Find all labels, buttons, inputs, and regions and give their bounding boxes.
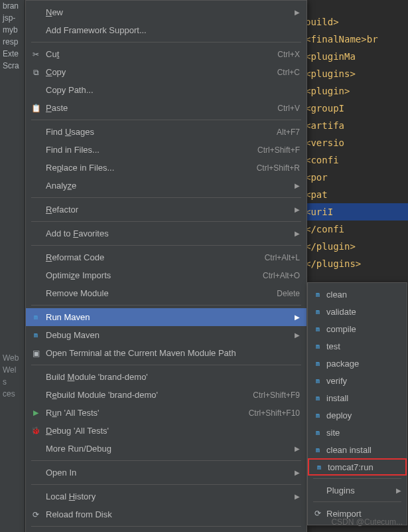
maven-goal-validate[interactable]: mvalidate xyxy=(308,303,407,320)
maven-goal-test[interactable]: mtest xyxy=(308,337,407,355)
separator xyxy=(31,484,301,485)
menu-item-debug-maven[interactable]: mDebug Maven▶ xyxy=(26,326,306,344)
menu-item-open-in[interactable]: Open In▶ xyxy=(26,464,306,482)
menu-item-replace-in-files[interactable]: Replace in Files...Ctrl+Shift+R xyxy=(26,159,306,177)
blank-icon xyxy=(30,25,42,36)
menu-item-optimize-imports[interactable]: Optimize ImportsCtrl+Alt+O xyxy=(26,266,306,284)
menu-label: New xyxy=(46,7,289,17)
blank-icon xyxy=(30,127,42,137)
blank-icon xyxy=(30,205,42,215)
blank-icon xyxy=(30,372,42,383)
menu-label: Reformat Code xyxy=(46,252,259,262)
shortcut: Alt+F7 xyxy=(277,128,300,137)
menu-item-reformat-code[interactable]: Reformat CodeCtrl+Alt+L xyxy=(26,248,306,266)
tab-web[interactable]: Web xyxy=(0,352,27,364)
maven-icon: m xyxy=(30,330,42,341)
shortcut: Ctrl+Shift+F10 xyxy=(249,408,300,418)
separator xyxy=(31,120,301,120)
run-maven-submenu[interactable]: mcleanmvalidatemcompilemtestmpackagemver… xyxy=(307,282,407,525)
tree-item[interactable]: jsp- xyxy=(0,12,25,24)
term-icon: ▣ xyxy=(30,348,42,359)
maven-goal-clean[interactable]: mclean xyxy=(308,286,407,303)
chevron-right-icon: ▶ xyxy=(396,487,401,494)
menu-label: Paste xyxy=(46,103,272,113)
blank-icon xyxy=(312,485,324,495)
menu-item-local-history[interactable]: Local History▶ xyxy=(26,488,306,505)
menu-item-analyze[interactable]: Analyze▶ xyxy=(26,177,306,195)
tree-item[interactable]: myb xyxy=(0,24,25,36)
chevron-right-icon: ▶ xyxy=(295,445,300,452)
menu-item-copy-path[interactable]: Copy Path... xyxy=(26,81,306,99)
menu-item-rebuild-module-brand-demo[interactable]: Rebuild Module 'brand-demo'Ctrl+Shift+F9 xyxy=(26,386,306,404)
maven-icon: m xyxy=(312,427,324,438)
code-line: <pluginMa xyxy=(305,51,356,62)
blank-icon xyxy=(30,163,42,173)
separator xyxy=(313,501,401,502)
maven-goal-package[interactable]: mpackage xyxy=(308,355,407,372)
menu-item-add-framework-support[interactable]: Add Framework Support... xyxy=(26,21,306,39)
tree-item[interactable]: resp xyxy=(0,36,25,48)
maven-goal-tomcat7-run[interactable]: mtomcat7:run xyxy=(308,458,407,476)
menu-item-open-terminal-at-the-current-maven-module-path[interactable]: ▣Open Terminal at the Current Maven Modu… xyxy=(26,344,306,362)
menu-item-run-maven[interactable]: mRun Maven▶ xyxy=(26,308,306,326)
maven-goal-compile[interactable]: mcompile xyxy=(308,320,407,337)
tab-s[interactable]: s xyxy=(0,376,27,388)
separator xyxy=(31,460,301,461)
tree-item[interactable]: Scra xyxy=(0,60,25,72)
chevron-right-icon: ▶ xyxy=(295,493,300,500)
maven-goal-install[interactable]: minstall xyxy=(308,389,407,406)
maven-goal-site[interactable]: msite xyxy=(308,424,407,441)
project-tree[interactable]: bran jsp- myb resp Exte Scra xyxy=(0,0,25,532)
maven-goal-verify[interactable]: mverify xyxy=(308,372,407,389)
goal-label: package xyxy=(326,359,401,369)
chevron-right-icon: ▶ xyxy=(295,469,300,476)
maven-icon: m xyxy=(312,289,324,300)
menu-item-reload-from-disk[interactable]: ⟳Reload from Disk xyxy=(26,505,306,523)
maven-goal-clean-install[interactable]: mclean install xyxy=(308,441,407,458)
menu-item-cut[interactable]: ✂CutCtrl+X xyxy=(26,45,306,63)
paste-icon: 📋 xyxy=(30,103,42,114)
shortcut: Delete xyxy=(277,289,300,298)
chevron-right-icon: ▶ xyxy=(295,230,300,237)
menu-item-find-usages[interactable]: Find UsagesAlt+F7 xyxy=(26,123,306,141)
code-line: <groupI xyxy=(305,103,344,114)
menu-item-find-in-files[interactable]: Find in Files...Ctrl+Shift+F xyxy=(26,141,306,159)
tree-item[interactable]: bran xyxy=(0,0,25,12)
menu-label: More Run/Debug xyxy=(46,444,289,454)
blank-icon xyxy=(30,444,42,454)
separator xyxy=(31,526,301,527)
tab-ces[interactable]: ces xyxy=(0,388,27,400)
separator xyxy=(31,365,301,365)
code-line: <uriI xyxy=(305,207,333,217)
tab-wel[interactable]: Wel xyxy=(0,364,27,376)
code-line: </confi xyxy=(305,224,344,234)
maven-goal-deploy[interactable]: mdeploy xyxy=(308,406,407,424)
goal-label: verify xyxy=(326,376,401,386)
menu-item-remove-module[interactable]: Remove ModuleDelete xyxy=(26,284,306,302)
menu-item-debug-all-tests[interactable]: 🐞Debug 'All Tests' xyxy=(26,422,306,440)
menu-item-run-all-tests[interactable]: ▶Run 'All Tests'Ctrl+Shift+F10 xyxy=(26,404,306,422)
code-line: build> xyxy=(305,17,339,27)
menu-label: Find in Files... xyxy=(46,145,252,155)
menu-item-new[interactable]: New▶ xyxy=(26,3,306,21)
menu-item-refactor[interactable]: Refactor▶ xyxy=(26,201,306,219)
tree-item[interactable]: Exte xyxy=(0,48,25,60)
reload-icon: ⟳ xyxy=(30,509,42,520)
maven-icon: m xyxy=(30,312,42,323)
menu-item-more-run-debug[interactable]: More Run/Debug▶ xyxy=(26,440,306,458)
menu-item-paste[interactable]: 📋PasteCtrl+V xyxy=(26,99,306,117)
submenu-plugins[interactable]: Plugins▶ xyxy=(308,482,407,499)
menu-label: Refactor xyxy=(46,205,289,215)
blank-icon xyxy=(30,468,42,478)
menu-item-compare-with[interactable]: ⇄Compare With...Ctrl+D xyxy=(26,529,306,532)
menu-item-build-module-brand-demo[interactable]: Build Module 'brand-demo' xyxy=(26,368,306,386)
menu-item-add-to-favorites[interactable]: Add to Favorites▶ xyxy=(26,224,306,242)
menu-item-copy[interactable]: ⧉CopyCtrl+C xyxy=(26,63,306,81)
menu-label: Find Usages xyxy=(46,127,271,137)
menu-label: Analyze xyxy=(46,181,289,191)
cut-icon: ✂ xyxy=(30,49,42,60)
submenu-reimport[interactable]: ⟳Reimport xyxy=(308,505,407,522)
submenu-label: Plugins xyxy=(326,486,396,495)
menu-label: Debug 'All Tests' xyxy=(46,426,300,436)
context-menu[interactable]: New▶Add Framework Support...✂CutCtrl+X⧉C… xyxy=(25,0,307,532)
